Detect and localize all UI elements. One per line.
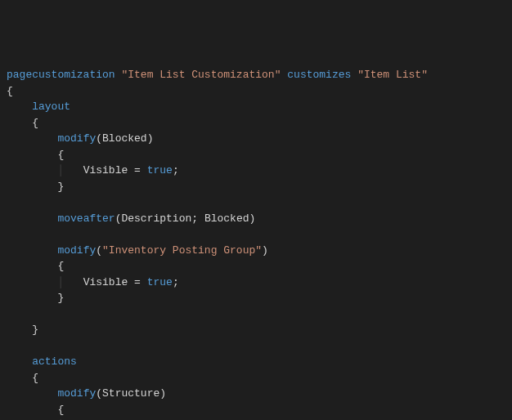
code-editor: pagecustomization "Item List Customizati… [7,67,505,420]
code-line: } [7,322,505,338]
brace-open: { [57,260,64,272]
code-line: } [7,179,505,195]
code-line: { [7,115,505,132]
code-line: moveafter(Description; Blocked) [7,211,505,227]
code-line [7,306,505,323]
code-line [7,226,505,243]
separator: ; [191,212,204,225]
keyword-modify: modify [57,244,96,257]
brace-open: { [57,404,64,416]
code-line: layout [7,99,505,115]
brace-open: { [32,117,38,129]
code-line: │ Visible = true; [7,163,505,179]
code-line: } [7,290,505,306]
code-line: { [7,258,505,275]
string-literal: "Inventory Posting Group" [102,244,262,257]
paren: ) [147,132,154,145]
keyword-modify: modify [57,132,96,145]
code-line: modify(Structure) [7,386,505,402]
indent-guide: │ [57,164,64,176]
code-line: { [7,402,505,418]
semicolon: ; [173,164,179,176]
code-line: actions [7,354,505,370]
property-visible: Visible [83,276,128,288]
brace-close: } [57,292,64,304]
indent-guide: │ [57,276,64,288]
code-line: { [7,83,505,100]
string-literal: "Item List" [357,69,428,81]
paren: ( [96,132,102,145]
keyword-true: true [147,164,173,176]
code-line: pagecustomization "Item List Customizati… [7,67,505,83]
paren: ) [262,244,268,257]
operator-eq: = [128,164,146,176]
code-line: modify(Blocked) [7,131,505,147]
keyword-true: true [147,276,173,288]
code-line: │ Visible = true; [7,275,505,291]
identifier: Description [121,212,191,225]
brace-open: { [32,372,38,384]
paren: ( [96,387,102,400]
paren: ) [159,387,166,400]
code-line: { [7,147,505,163]
code-line: { [7,370,505,386]
keyword-pagecustomization: pagecustomization [7,69,115,81]
brace-open: { [57,149,64,161]
brace-close: } [57,181,64,193]
brace-close: } [32,324,38,336]
identifier: Structure [102,387,159,400]
identifier: Blocked [204,212,249,225]
brace-open: { [7,85,13,97]
keyword-layout: layout [32,101,70,113]
property-visible: Visible [83,164,128,176]
identifier: Blocked [102,132,147,145]
keyword-moveafter: moveafter [57,212,115,225]
paren: ) [249,212,256,225]
code-line [7,338,505,355]
paren: ( [96,244,102,257]
keyword-actions: actions [32,355,77,368]
keyword-modify: modify [57,387,96,400]
code-line [7,194,505,211]
operator-eq: = [128,276,146,288]
semicolon: ; [173,276,179,288]
code-line: modify("Inventory Posting Group") [7,243,505,259]
keyword-customizes: customizes [287,69,351,81]
string-literal: "Item List Customization" [121,69,281,81]
